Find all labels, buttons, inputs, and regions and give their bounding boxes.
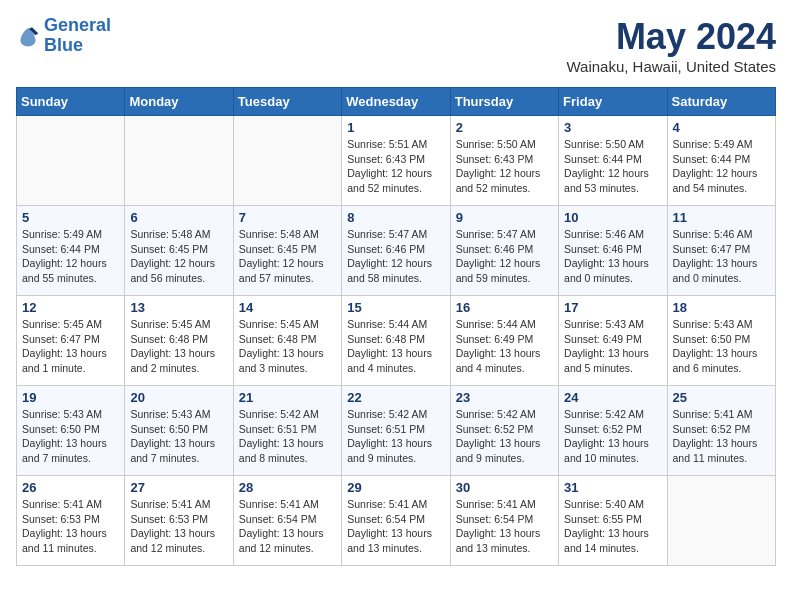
calendar-week-5: 26Sunrise: 5:41 AM Sunset: 6:53 PM Dayli… bbox=[17, 476, 776, 566]
day-content: Sunrise: 5:42 AM Sunset: 6:52 PM Dayligh… bbox=[456, 407, 553, 466]
day-number: 18 bbox=[673, 300, 770, 315]
calendar-cell: 20Sunrise: 5:43 AM Sunset: 6:50 PM Dayli… bbox=[125, 386, 233, 476]
day-number: 9 bbox=[456, 210, 553, 225]
day-number: 16 bbox=[456, 300, 553, 315]
calendar-cell: 16Sunrise: 5:44 AM Sunset: 6:49 PM Dayli… bbox=[450, 296, 558, 386]
day-content: Sunrise: 5:41 AM Sunset: 6:53 PM Dayligh… bbox=[130, 497, 227, 556]
calendar-cell bbox=[233, 116, 341, 206]
day-content: Sunrise: 5:41 AM Sunset: 6:54 PM Dayligh… bbox=[347, 497, 444, 556]
day-content: Sunrise: 5:43 AM Sunset: 6:50 PM Dayligh… bbox=[22, 407, 119, 466]
calendar-cell: 8Sunrise: 5:47 AM Sunset: 6:46 PM Daylig… bbox=[342, 206, 450, 296]
day-content: Sunrise: 5:45 AM Sunset: 6:48 PM Dayligh… bbox=[239, 317, 336, 376]
day-number: 27 bbox=[130, 480, 227, 495]
day-number: 21 bbox=[239, 390, 336, 405]
day-content: Sunrise: 5:45 AM Sunset: 6:47 PM Dayligh… bbox=[22, 317, 119, 376]
calendar-cell bbox=[125, 116, 233, 206]
day-content: Sunrise: 5:41 AM Sunset: 6:54 PM Dayligh… bbox=[456, 497, 553, 556]
day-number: 26 bbox=[22, 480, 119, 495]
day-number: 6 bbox=[130, 210, 227, 225]
col-monday: Monday bbox=[125, 88, 233, 116]
day-number: 13 bbox=[130, 300, 227, 315]
day-number: 22 bbox=[347, 390, 444, 405]
day-number: 29 bbox=[347, 480, 444, 495]
day-content: Sunrise: 5:46 AM Sunset: 6:46 PM Dayligh… bbox=[564, 227, 661, 286]
day-content: Sunrise: 5:47 AM Sunset: 6:46 PM Dayligh… bbox=[347, 227, 444, 286]
day-number: 23 bbox=[456, 390, 553, 405]
calendar-cell: 10Sunrise: 5:46 AM Sunset: 6:46 PM Dayli… bbox=[559, 206, 667, 296]
calendar-cell: 12Sunrise: 5:45 AM Sunset: 6:47 PM Dayli… bbox=[17, 296, 125, 386]
day-number: 10 bbox=[564, 210, 661, 225]
day-number: 1 bbox=[347, 120, 444, 135]
col-sunday: Sunday bbox=[17, 88, 125, 116]
day-content: Sunrise: 5:51 AM Sunset: 6:43 PM Dayligh… bbox=[347, 137, 444, 196]
day-number: 2 bbox=[456, 120, 553, 135]
day-number: 7 bbox=[239, 210, 336, 225]
day-content: Sunrise: 5:48 AM Sunset: 6:45 PM Dayligh… bbox=[239, 227, 336, 286]
logo-line1: General bbox=[44, 15, 111, 35]
calendar-cell: 18Sunrise: 5:43 AM Sunset: 6:50 PM Dayli… bbox=[667, 296, 775, 386]
day-content: Sunrise: 5:42 AM Sunset: 6:51 PM Dayligh… bbox=[347, 407, 444, 466]
day-content: Sunrise: 5:43 AM Sunset: 6:49 PM Dayligh… bbox=[564, 317, 661, 376]
calendar-cell: 5Sunrise: 5:49 AM Sunset: 6:44 PM Daylig… bbox=[17, 206, 125, 296]
logo-icon bbox=[16, 24, 40, 48]
day-content: Sunrise: 5:44 AM Sunset: 6:49 PM Dayligh… bbox=[456, 317, 553, 376]
day-content: Sunrise: 5:41 AM Sunset: 6:54 PM Dayligh… bbox=[239, 497, 336, 556]
calendar-cell: 30Sunrise: 5:41 AM Sunset: 6:54 PM Dayli… bbox=[450, 476, 558, 566]
day-content: Sunrise: 5:49 AM Sunset: 6:44 PM Dayligh… bbox=[22, 227, 119, 286]
calendar-cell: 26Sunrise: 5:41 AM Sunset: 6:53 PM Dayli… bbox=[17, 476, 125, 566]
calendar-cell: 7Sunrise: 5:48 AM Sunset: 6:45 PM Daylig… bbox=[233, 206, 341, 296]
calendar-title: May 2024 bbox=[566, 16, 776, 58]
calendar-cell: 28Sunrise: 5:41 AM Sunset: 6:54 PM Dayli… bbox=[233, 476, 341, 566]
day-number: 25 bbox=[673, 390, 770, 405]
calendar-cell: 25Sunrise: 5:41 AM Sunset: 6:52 PM Dayli… bbox=[667, 386, 775, 476]
day-number: 28 bbox=[239, 480, 336, 495]
day-number: 20 bbox=[130, 390, 227, 405]
header-row: Sunday Monday Tuesday Wednesday Thursday… bbox=[17, 88, 776, 116]
logo: General Blue bbox=[16, 16, 111, 56]
calendar-cell: 29Sunrise: 5:41 AM Sunset: 6:54 PM Dayli… bbox=[342, 476, 450, 566]
calendar-cell: 6Sunrise: 5:48 AM Sunset: 6:45 PM Daylig… bbox=[125, 206, 233, 296]
calendar-cell: 21Sunrise: 5:42 AM Sunset: 6:51 PM Dayli… bbox=[233, 386, 341, 476]
calendar-cell: 23Sunrise: 5:42 AM Sunset: 6:52 PM Dayli… bbox=[450, 386, 558, 476]
calendar-cell: 13Sunrise: 5:45 AM Sunset: 6:48 PM Dayli… bbox=[125, 296, 233, 386]
col-thursday: Thursday bbox=[450, 88, 558, 116]
page-header: General Blue May 2024 Wainaku, Hawaii, U… bbox=[16, 16, 776, 75]
day-content: Sunrise: 5:40 AM Sunset: 6:55 PM Dayligh… bbox=[564, 497, 661, 556]
day-content: Sunrise: 5:41 AM Sunset: 6:52 PM Dayligh… bbox=[673, 407, 770, 466]
calendar-cell: 3Sunrise: 5:50 AM Sunset: 6:44 PM Daylig… bbox=[559, 116, 667, 206]
day-content: Sunrise: 5:46 AM Sunset: 6:47 PM Dayligh… bbox=[673, 227, 770, 286]
day-number: 19 bbox=[22, 390, 119, 405]
calendar-cell: 22Sunrise: 5:42 AM Sunset: 6:51 PM Dayli… bbox=[342, 386, 450, 476]
day-number: 5 bbox=[22, 210, 119, 225]
calendar-cell bbox=[17, 116, 125, 206]
calendar-cell: 27Sunrise: 5:41 AM Sunset: 6:53 PM Dayli… bbox=[125, 476, 233, 566]
day-number: 12 bbox=[22, 300, 119, 315]
day-content: Sunrise: 5:49 AM Sunset: 6:44 PM Dayligh… bbox=[673, 137, 770, 196]
calendar-week-3: 12Sunrise: 5:45 AM Sunset: 6:47 PM Dayli… bbox=[17, 296, 776, 386]
calendar-cell: 4Sunrise: 5:49 AM Sunset: 6:44 PM Daylig… bbox=[667, 116, 775, 206]
title-area: May 2024 Wainaku, Hawaii, United States bbox=[566, 16, 776, 75]
calendar-cell: 1Sunrise: 5:51 AM Sunset: 6:43 PM Daylig… bbox=[342, 116, 450, 206]
col-wednesday: Wednesday bbox=[342, 88, 450, 116]
day-number: 11 bbox=[673, 210, 770, 225]
day-content: Sunrise: 5:45 AM Sunset: 6:48 PM Dayligh… bbox=[130, 317, 227, 376]
col-tuesday: Tuesday bbox=[233, 88, 341, 116]
day-number: 17 bbox=[564, 300, 661, 315]
calendar-cell: 24Sunrise: 5:42 AM Sunset: 6:52 PM Dayli… bbox=[559, 386, 667, 476]
day-content: Sunrise: 5:48 AM Sunset: 6:45 PM Dayligh… bbox=[130, 227, 227, 286]
day-content: Sunrise: 5:47 AM Sunset: 6:46 PM Dayligh… bbox=[456, 227, 553, 286]
day-number: 14 bbox=[239, 300, 336, 315]
day-content: Sunrise: 5:42 AM Sunset: 6:52 PM Dayligh… bbox=[564, 407, 661, 466]
calendar-cell: 11Sunrise: 5:46 AM Sunset: 6:47 PM Dayli… bbox=[667, 206, 775, 296]
calendar-subtitle: Wainaku, Hawaii, United States bbox=[566, 58, 776, 75]
day-content: Sunrise: 5:43 AM Sunset: 6:50 PM Dayligh… bbox=[673, 317, 770, 376]
calendar-cell: 15Sunrise: 5:44 AM Sunset: 6:48 PM Dayli… bbox=[342, 296, 450, 386]
logo-line2: Blue bbox=[44, 35, 83, 55]
calendar-week-4: 19Sunrise: 5:43 AM Sunset: 6:50 PM Dayli… bbox=[17, 386, 776, 476]
calendar-cell: 31Sunrise: 5:40 AM Sunset: 6:55 PM Dayli… bbox=[559, 476, 667, 566]
calendar-cell: 17Sunrise: 5:43 AM Sunset: 6:49 PM Dayli… bbox=[559, 296, 667, 386]
day-number: 8 bbox=[347, 210, 444, 225]
day-number: 30 bbox=[456, 480, 553, 495]
day-content: Sunrise: 5:44 AM Sunset: 6:48 PM Dayligh… bbox=[347, 317, 444, 376]
calendar-week-2: 5Sunrise: 5:49 AM Sunset: 6:44 PM Daylig… bbox=[17, 206, 776, 296]
